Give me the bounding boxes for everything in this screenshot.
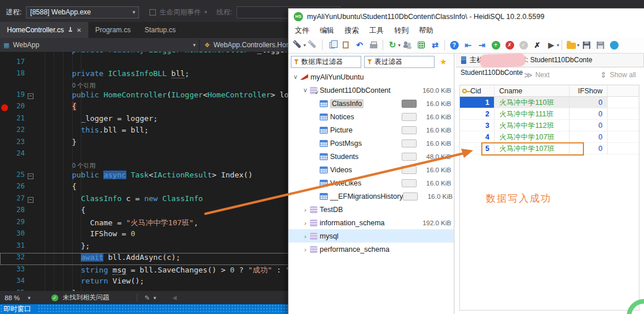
disconnect-icon[interactable] (306, 39, 319, 51)
undo-icon[interactable]: ↶ (353, 39, 366, 51)
tree-item-testdb[interactable]: ›TestDB (289, 203, 454, 216)
code-text: return View(); (36, 277, 144, 289)
menu-item-工具[interactable]: 工具 (364, 26, 389, 36)
chevron-down-icon[interactable]: ▾ (577, 43, 579, 48)
show-all-rows-button[interactable]: ⇕ Show all (600, 70, 636, 80)
brush-icon[interactable]: ✎ (144, 294, 150, 302)
cell-cname[interactable]: 火马冲中学107班 (495, 131, 570, 142)
go-first-icon[interactable]: ⇤ (462, 39, 474, 51)
fold-toggle[interactable]: − (27, 171, 36, 183)
fold-toggle[interactable]: − (27, 90, 36, 103)
tree-item-student110dbcontent[interactable]: ∨Student110DbContent160.0 KiB (289, 84, 454, 97)
collapse-icon[interactable]: − (28, 197, 33, 203)
heidisql-title-bar[interactable]: HS myAliYunUbuntu\Student110DbContent\Cl… (289, 9, 644, 25)
menu-item-文件[interactable]: 文件 (290, 26, 314, 36)
next-rows-button[interactable]: ≫ Next (524, 70, 549, 80)
grid-row[interactable]: 3火马冲中学112班0 (460, 120, 639, 131)
tree-item-__efmigrationshistory[interactable]: __EFMigrationsHistory16.0 KiB (289, 190, 454, 203)
close-icon[interactable]: ✕ (77, 27, 81, 33)
folder-icon[interactable] (565, 39, 578, 51)
cell-cid[interactable]: 4 (460, 131, 495, 142)
user-manager-icon[interactable] (401, 39, 414, 51)
save-icon[interactable] (580, 39, 593, 51)
tree-item-classinfo[interactable]: ClassInfo16.0 KiB (289, 97, 454, 110)
expander-icon[interactable]: › (301, 246, 310, 253)
cell-cname[interactable]: 火马冲中学111班 (495, 108, 570, 119)
cell-cid[interactable]: 1 (460, 97, 495, 108)
help-icon[interactable]: ? (448, 39, 460, 51)
breadcrumb-namespace-dropdown[interactable]: ❖ WebApp.Controllers.Home (200, 41, 300, 49)
expander-icon[interactable]: › (301, 206, 310, 213)
expander-icon[interactable]: › (301, 220, 310, 226)
collapse-icon[interactable]: − (28, 173, 33, 179)
cell-cname[interactable]: 火马冲中学112班 (495, 120, 570, 131)
cell-ifshow[interactable]: 0 (570, 120, 608, 131)
zoom-dropdown[interactable]: 88 % ▾ (0, 294, 35, 301)
tree-item-postmsgs[interactable]: PostMsgs16.0 KiB (289, 137, 454, 150)
cell-cid[interactable]: 2 (460, 108, 495, 119)
cell-ifshow[interactable]: 0 (570, 108, 608, 119)
cell-ifshow[interactable]: 0 (570, 97, 608, 108)
sync-icon[interactable]: ⇄ (429, 39, 441, 51)
cell-cname[interactable]: 火马冲中学110班 (495, 97, 570, 108)
delete-row-icon[interactable]: ✗ (503, 39, 516, 51)
breakpoint-gutter[interactable] (0, 102, 10, 114)
column-header-cname[interactable]: Cname (495, 85, 570, 96)
tree-item-students[interactable]: Students48.0 KiB (289, 150, 454, 163)
menu-item-搜索[interactable]: 搜索 (339, 26, 364, 36)
lifecycle-events-button[interactable]: 生命周期事件 ▾ (149, 7, 207, 17)
tree-item-picture[interactable]: Picture16.0 KiB (289, 123, 454, 137)
save-as-icon[interactable] (594, 39, 606, 51)
collapse-icon[interactable]: − (28, 93, 33, 99)
copy-icon[interactable] (325, 39, 338, 51)
run-icon[interactable]: ▶ (545, 39, 557, 51)
process-dropdown[interactable]: [8588] WebApp.exe ▾ (26, 6, 139, 18)
cell-ifshow[interactable]: 0 (570, 131, 608, 142)
tab-program-cs[interactable]: Program.cs (88, 22, 137, 38)
apply-icon[interactable]: ✓ (517, 39, 530, 51)
fold-toggle[interactable]: − (27, 194, 36, 206)
go-last-icon[interactable]: ⇥ (475, 39, 488, 51)
add-row-icon[interactable]: + (489, 39, 502, 51)
grid-row[interactable]: 1火马冲中学110班0 (460, 97, 639, 108)
favorites-star-icon[interactable]: ★ (440, 57, 447, 66)
table-filter-input[interactable]: 表过滤器 (364, 56, 435, 68)
grid-row[interactable]: 2火马冲中学111班0 (460, 108, 639, 120)
breadcrumb-project-dropdown[interactable]: ▦ WebApp ▾ (0, 41, 199, 49)
expander-icon[interactable]: › (301, 233, 310, 240)
chevron-down-icon[interactable]: ▾ (557, 43, 559, 48)
tree-item-mysql[interactable]: ›mysql (289, 229, 454, 243)
tab-label: Program.cs (95, 26, 130, 34)
tab-startup-cs[interactable]: Startup.cs (137, 22, 182, 38)
grid-row[interactable]: 4火马冲中学107班0 (460, 131, 639, 143)
cell-cid[interactable]: 3 (460, 120, 495, 131)
tree-item-performance_schema[interactable]: ›performance_schema (289, 243, 454, 256)
tree-item-videos[interactable]: Videos16.0 KiB (289, 163, 454, 176)
tree-item-myaliyunubuntu[interactable]: ∨myAliYunUbuntu (289, 70, 454, 84)
blue-circle-icon[interactable] (608, 39, 620, 51)
connect-icon[interactable] (291, 39, 304, 51)
print-icon[interactable] (367, 39, 380, 51)
tree-item-notices[interactable]: Notices16.0 KiB (289, 110, 454, 123)
menu-item-转到[interactable]: 转到 (389, 26, 414, 36)
chevron-down-icon[interactable]: ▾ (304, 43, 306, 48)
expander-icon[interactable]: ∨ (301, 86, 310, 94)
tab-homecontroller-cs[interactable]: HomeController.cs✕ (0, 22, 88, 38)
tab-host[interactable]: 主机 (456, 54, 489, 67)
pin-icon[interactable] (68, 27, 73, 33)
tree-item-votelikes[interactable]: VoteLikes16.0 KiB (289, 176, 454, 190)
refresh-icon[interactable]: ↻ (386, 39, 399, 51)
discard-icon[interactable]: ✗ (531, 39, 544, 51)
menu-item-帮助[interactable]: 帮助 (414, 26, 439, 36)
chevron-down-icon[interactable]: ▾ (153, 295, 156, 301)
database-filter-input[interactable]: 数据库过滤器 (291, 56, 361, 68)
menu-item-编辑[interactable]: 编辑 (314, 26, 339, 36)
chevron-down-icon[interactable]: ▾ (398, 43, 400, 48)
paste-icon[interactable] (339, 39, 352, 51)
tree-item-information_schema[interactable]: ›information_schema192.0 KiB (289, 216, 454, 229)
column-header-cid[interactable]: Cid (460, 85, 495, 96)
expander-icon[interactable]: ∨ (291, 73, 300, 81)
breakpoint-icon[interactable] (1, 104, 8, 111)
export-icon[interactable] (415, 39, 428, 51)
column-header-ifshow[interactable]: IFShow (570, 85, 608, 96)
